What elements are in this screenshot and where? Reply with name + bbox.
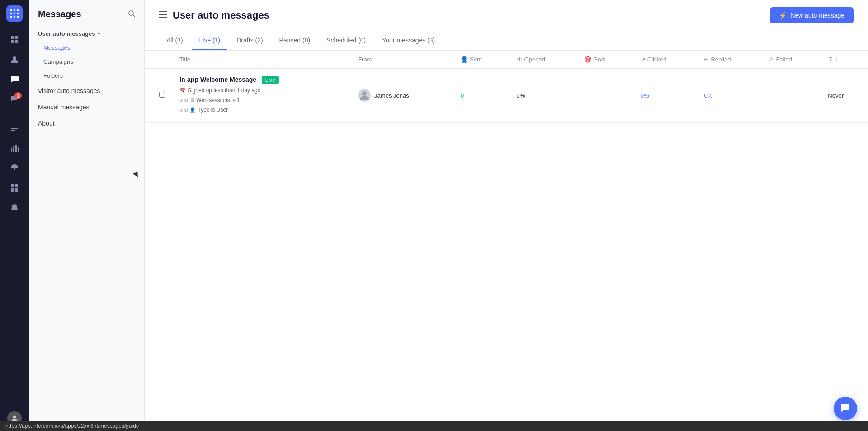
conversations-nav-icon[interactable]: 1 [5,90,24,108]
tab-all[interactable]: All (3) [159,31,190,50]
title-area: User auto messages [159,9,269,21]
nav-title: Messages [29,9,144,27]
svg-rect-4 [14,13,15,14]
inbox-nav-icon[interactable] [5,119,24,137]
condition-type: Type is User [198,105,228,115]
apps-nav-icon[interactable] [5,179,24,197]
status-badge: Live [262,76,279,84]
manual-messages-item[interactable]: Manual messages [29,99,144,115]
row-goal-cell: — [577,69,633,123]
user-type-icon: 👤 [189,106,196,115]
col-failed: ⚠Failed [761,51,821,69]
message-conditions: 📅 Signed up less than 1 day ago and 🖥 We… [179,86,344,115]
messages-nav-icon[interactable] [5,70,24,89]
messages-nav-item[interactable]: Messages [29,41,144,55]
campaigns-nav-item[interactable]: Campaigns [29,55,144,69]
col-checkbox [145,51,172,69]
clicked-value: 0% [641,92,649,99]
visitor-auto-messages-item[interactable]: Visitor auto messages [29,83,144,99]
status-bar: https://app.intercom.io/a/apps/z2xxl6ht/… [0,421,868,431]
chevron-down-icon: ▾ [98,31,100,37]
svg-rect-15 [13,146,14,152]
new-auto-message-button[interactable]: ⚡ New auto message [770,7,854,23]
table-row[interactable]: In-app Welcome Message Live 📅 Signed up … [145,69,868,123]
svg-rect-0 [10,9,12,11]
chat-widget[interactable] [834,397,857,420]
svg-rect-18 [14,166,15,170]
left-nav: Messages User auto messages ▾ Messages C… [29,0,145,431]
app-logo[interactable] [6,5,23,22]
condition-signup: Signed up less than 1 day ago [188,86,260,96]
sent-value: 0 [461,92,464,99]
monitor-icon: 🖥 [189,96,194,105]
tab-drafts[interactable]: Drafts (2) [229,31,270,50]
svg-rect-19 [11,184,14,187]
tab-paused[interactable]: Paused (0) [272,31,317,50]
search-icon[interactable] [128,10,135,19]
last-value: Never [828,92,844,99]
reports-nav-icon[interactable] [5,139,24,157]
contacts-nav-icon[interactable] [5,51,24,69]
svg-rect-10 [15,36,18,39]
row-last-cell: Never [821,69,868,123]
svg-rect-28 [159,17,167,18]
col-clicked: ↗Clicked [633,51,697,69]
row-sent-cell: 0 [453,69,509,123]
row-failed-cell: — [761,69,821,123]
table-container: Title From 👤Sent 👁Opened 🎯Goal [145,51,868,431]
col-last: 🗓 L [821,51,868,69]
main-content: User auto messages ⚡ New auto message Al… [145,0,868,431]
condition-and-2: and [179,106,188,115]
hamburger-icon[interactable] [159,10,167,21]
svg-rect-6 [10,16,12,18]
about-item[interactable]: About [29,115,144,131]
svg-rect-14 [11,148,12,152]
status-url: https://app.intercom.io/a/apps/z2xxl6ht/… [5,423,139,429]
col-from: From [351,51,453,69]
message-title[interactable]: In-app Welcome Message [179,76,256,83]
svg-rect-9 [11,36,14,39]
page-title: User auto messages [173,9,269,21]
lightning-icon: ⚡ [779,12,787,19]
dashboard-nav-icon[interactable] [5,31,24,49]
col-replied: ↩Replied [697,51,761,69]
icon-sidebar: 1 [0,0,29,431]
failed-value: — [769,92,774,99]
svg-rect-17 [18,147,19,152]
row-from-cell: James Jonas [351,69,453,123]
col-opened: 👁Opened [509,51,577,69]
svg-rect-16 [15,145,17,152]
notifications-nav-icon[interactable] [5,199,24,217]
svg-rect-21 [11,188,14,192]
messages-table: Title From 👤Sent 👁Opened 🎯Goal [145,51,868,123]
svg-rect-2 [17,9,19,11]
folders-nav-item[interactable]: Folders [29,69,144,83]
col-sent: 👤Sent [453,51,509,69]
sender-name: James Jonas [374,92,409,99]
row-checkbox[interactable] [145,69,172,123]
condition-and-1: and [179,96,188,105]
row-title-cell: In-app Welcome Message Live 📅 Signed up … [172,69,351,123]
conversations-badge: 1 [14,92,22,99]
main-header: User auto messages ⚡ New auto message [145,0,868,31]
calendar-icon: 📅 [179,86,186,95]
user-auto-messages-section-header[interactable]: User auto messages ▾ [29,27,144,41]
svg-rect-11 [11,40,14,43]
row-select-checkbox[interactable] [159,92,165,98]
tab-live[interactable]: Live (1) [192,31,228,50]
goal-value: — [584,92,590,99]
svg-point-24 [129,11,133,15]
analytics-nav-icon[interactable] [5,159,24,177]
svg-rect-26 [159,11,167,12]
col-title: Title [172,51,351,69]
svg-point-29 [362,91,367,96]
tab-your-messages[interactable]: Your messages (3) [375,31,442,50]
condition-web-sessions: Web sessions is 1 [196,96,240,106]
sender-avatar [358,89,371,102]
svg-rect-8 [17,16,19,18]
svg-rect-12 [15,40,18,43]
tab-scheduled[interactable]: Scheduled (0) [319,31,373,50]
svg-rect-3 [10,13,12,14]
opened-value: 0% [517,92,525,99]
tabs-bar: All (3) Live (1) Drafts (2) Paused (0) S… [145,31,868,51]
